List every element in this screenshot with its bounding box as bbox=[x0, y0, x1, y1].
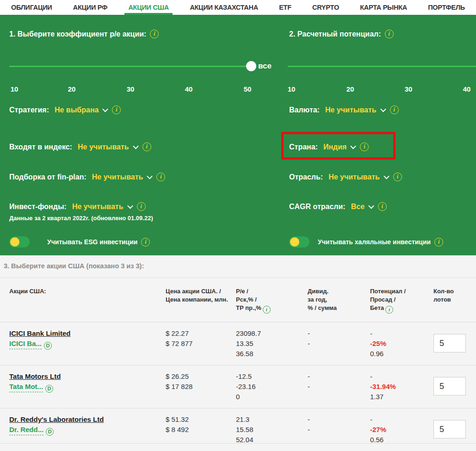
toggle-knob-icon bbox=[10, 237, 19, 247]
tab-etf[interactable]: ETF bbox=[279, 0, 291, 15]
industry-dropdown[interactable]: Не учитывать bbox=[328, 173, 380, 181]
info-icon[interactable]: i bbox=[393, 173, 402, 181]
strategy-dropdown[interactable]: Не выбрана bbox=[55, 106, 99, 114]
pe-slider-handle[interactable] bbox=[246, 61, 256, 71]
potential-tick: 40 bbox=[459, 85, 475, 93]
col-header-dividend: Дивид. за год, % / сумма bbox=[308, 278, 370, 322]
pe-tick: 40 bbox=[181, 85, 197, 93]
info-icon[interactable]: i bbox=[112, 105, 121, 114]
chevron-down-icon[interactable] bbox=[103, 106, 109, 112]
potential-tick: 20 bbox=[342, 85, 358, 93]
tab-portfolio[interactable]: ПОРТФЕЛЬ bbox=[428, 0, 465, 15]
table-header-row: Акции США: Цена акции США. / Цена компан… bbox=[0, 278, 476, 322]
lots-input[interactable] bbox=[433, 420, 466, 439]
company-link[interactable]: ICICI Bank Limited bbox=[9, 328, 71, 339]
col-header-potential: Потенциал / Просад / Бетаi bbox=[370, 278, 428, 322]
currency-dropdown[interactable]: Не учитывать bbox=[325, 106, 377, 114]
potential-slider-track[interactable] bbox=[288, 66, 476, 67]
esg-toggle-label: Учитывать ESG инвестиции bbox=[47, 238, 137, 246]
country-label: Страна: bbox=[289, 143, 318, 151]
ticker-link[interactable]: Dr. Redd... bbox=[9, 425, 43, 435]
pe-slider-title: 1. Выберите коэффициент p/e акции: bbox=[9, 30, 146, 38]
chevron-down-icon[interactable] bbox=[133, 143, 139, 149]
data-update-note: Данные за 2 квартал 2022г. (обновлено 01… bbox=[9, 215, 153, 222]
finplan-selection-dropdown[interactable]: Не учитывать bbox=[92, 173, 143, 181]
table-row: ICICI Bank Limited ICICI Ba...D $ 22.27 … bbox=[0, 322, 476, 365]
info-icon[interactable]: i bbox=[385, 306, 393, 314]
chevron-down-icon[interactable] bbox=[351, 143, 357, 149]
detail-icon[interactable]: D bbox=[46, 428, 54, 436]
pe-tick: 50 bbox=[240, 85, 255, 93]
tab-stocks-kazakhstan[interactable]: АКЦИИ КАЗАХСТАНА bbox=[190, 0, 258, 15]
dividend-cell: - - bbox=[308, 322, 370, 365]
lots-input[interactable] bbox=[433, 334, 466, 352]
pe-slider-track[interactable] bbox=[9, 66, 247, 67]
halal-toggle[interactable] bbox=[289, 236, 309, 247]
info-icon[interactable]: i bbox=[141, 238, 150, 247]
index-label: Входят в индекс: bbox=[9, 143, 72, 151]
tab-market-map[interactable]: КАРТА РЫНКА bbox=[360, 0, 407, 15]
tab-stocks-rf[interactable]: АКЦИИ РФ bbox=[73, 0, 107, 15]
strategy-label: Стратегия: bbox=[9, 106, 49, 114]
pe-cell: 23098.7 13.35 36.58 bbox=[236, 322, 308, 365]
info-icon[interactable]: i bbox=[390, 105, 399, 114]
potential-tick: 30 bbox=[401, 85, 416, 93]
finplan-selection-label: Подборка от fin-plan: bbox=[9, 173, 87, 181]
ticker-link[interactable]: ICICI Ba... bbox=[9, 339, 42, 349]
price-cell: $ 22.27 $ 72 877 bbox=[166, 322, 236, 365]
lots-input[interactable] bbox=[433, 377, 466, 395]
pe-slider-handle-label: все bbox=[258, 62, 272, 71]
info-icon[interactable]: i bbox=[385, 30, 394, 38]
potential-cell: - -25% 0.96 bbox=[370, 322, 428, 365]
info-icon[interactable]: i bbox=[360, 142, 369, 151]
chevron-down-icon[interactable] bbox=[127, 203, 133, 209]
dividend-cell: - - bbox=[308, 408, 370, 445]
detail-icon[interactable]: D bbox=[44, 342, 52, 350]
info-icon[interactable]: i bbox=[150, 30, 159, 38]
esg-toggle[interactable] bbox=[9, 236, 30, 247]
info-icon[interactable]: i bbox=[137, 202, 146, 211]
industry-label: Отрасль: bbox=[289, 173, 323, 181]
price-cell: $ 51.32 $ 8 492 bbox=[166, 408, 236, 445]
ticker-link[interactable]: Tata Mot... bbox=[9, 382, 43, 392]
index-dropdown[interactable]: Не учитывать bbox=[78, 143, 129, 151]
stocks-section: 3. Выберите акции США (показано 3 из 3):… bbox=[0, 255, 476, 451]
pe-cell: 21.3 15.58 52.04 bbox=[236, 408, 308, 445]
halal-toggle-label: Учитывать халяльные инвестиции bbox=[318, 238, 431, 246]
col-header-lots: Кол-во лотов bbox=[428, 278, 476, 322]
invest-funds-label: Инвест-фонды: bbox=[9, 203, 67, 211]
dividend-cell: - - bbox=[308, 365, 370, 408]
table-row: Dr. Reddy's Laboratories Ltd Dr. Redd...… bbox=[0, 408, 476, 444]
table-row: Tata Motors Ltd Tata Mot...D $ 26.25 $ 1… bbox=[0, 365, 476, 408]
pe-tick: 10 bbox=[6, 85, 22, 93]
chevron-down-icon[interactable] bbox=[147, 173, 153, 179]
info-icon[interactable]: i bbox=[378, 202, 387, 211]
potential-cell: - -27% 0.56 bbox=[370, 408, 428, 445]
invest-funds-dropdown[interactable]: Не учитывать bbox=[72, 203, 124, 211]
country-dropdown[interactable]: Индия bbox=[323, 143, 347, 151]
cagr-dropdown[interactable]: Все bbox=[351, 203, 365, 211]
tab-crypto[interactable]: CRYPTO bbox=[312, 0, 339, 15]
cagr-label: CAGR отрасли: bbox=[289, 203, 346, 211]
stocks-section-title: 3. Выберите акции США (показано 3 из 3): bbox=[0, 255, 476, 278]
tab-stocks-usa[interactable]: АКЦИИ США bbox=[128, 0, 169, 15]
col-header-price: Цена акции США. / Цена компании, млн. bbox=[166, 278, 236, 322]
pe-cell: -12.5 -23.16 0 bbox=[236, 365, 308, 408]
tab-bonds[interactable]: ОБЛИГАЦИИ bbox=[11, 0, 52, 15]
info-icon[interactable]: i bbox=[142, 142, 151, 151]
chevron-down-icon[interactable] bbox=[380, 106, 386, 112]
detail-icon[interactable]: D bbox=[45, 385, 53, 393]
info-icon[interactable]: i bbox=[263, 306, 271, 314]
top-navigation: ОБЛИГАЦИИ АКЦИИ РФ АКЦИИ США АКЦИИ КАЗАХ… bbox=[0, 0, 476, 15]
col-header-stock: Акции США: bbox=[9, 278, 166, 322]
pe-tick: 20 bbox=[64, 85, 80, 93]
company-link[interactable]: Dr. Reddy's Laboratories Ltd bbox=[9, 414, 104, 425]
currency-label: Валюта: bbox=[289, 106, 320, 114]
company-link[interactable]: Tata Motors Ltd bbox=[9, 371, 61, 382]
info-icon[interactable]: i bbox=[434, 238, 443, 247]
chevron-down-icon[interactable] bbox=[383, 173, 389, 179]
toggle-knob-icon bbox=[290, 237, 299, 247]
col-header-pe: P/e / Рск,% / ТР пр.,%i bbox=[236, 278, 308, 322]
chevron-down-icon[interactable] bbox=[368, 203, 374, 209]
info-icon[interactable]: i bbox=[156, 173, 165, 181]
